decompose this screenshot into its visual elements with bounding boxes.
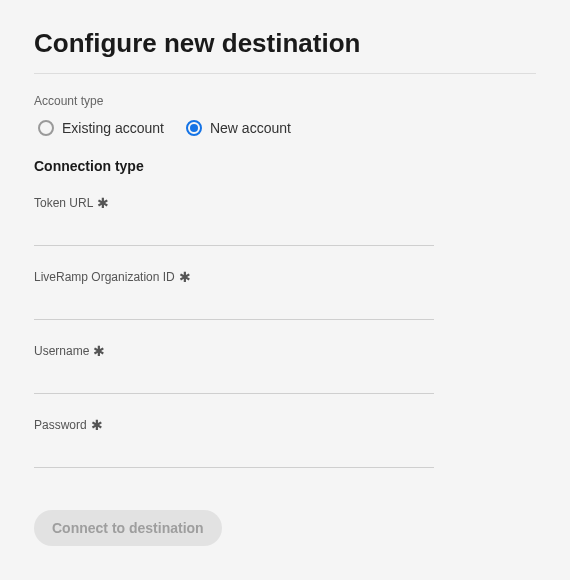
- field-label: Token URL ✱: [34, 196, 536, 210]
- field-label: Username ✱: [34, 344, 536, 358]
- field-label: Password ✱: [34, 418, 536, 432]
- field-liveramp-org-id: LiveRamp Organization ID ✱: [34, 270, 536, 320]
- field-username: Username ✱: [34, 344, 536, 394]
- field-password: Password ✱: [34, 418, 536, 468]
- account-type-label: Account type: [34, 94, 536, 108]
- radio-existing-account[interactable]: Existing account: [38, 120, 164, 136]
- page-title: Configure new destination: [34, 28, 536, 59]
- radio-icon: [38, 120, 54, 136]
- radio-new-account[interactable]: New account: [186, 120, 291, 136]
- password-input[interactable]: [34, 438, 434, 468]
- radio-icon: [186, 120, 202, 136]
- radio-label: Existing account: [62, 120, 164, 136]
- field-label: LiveRamp Organization ID ✱: [34, 270, 536, 284]
- liveramp-org-id-input[interactable]: [34, 290, 434, 320]
- required-asterisk-icon: ✱: [179, 270, 191, 284]
- required-asterisk-icon: ✱: [91, 418, 103, 432]
- token-url-input[interactable]: [34, 216, 434, 246]
- required-asterisk-icon: ✱: [93, 344, 105, 358]
- connection-type-heading: Connection type: [34, 158, 536, 174]
- username-input[interactable]: [34, 364, 434, 394]
- field-token-url: Token URL ✱: [34, 196, 536, 246]
- required-asterisk-icon: ✱: [97, 196, 109, 210]
- radio-label: New account: [210, 120, 291, 136]
- divider: [34, 73, 536, 74]
- account-type-radios: Existing account New account: [34, 120, 536, 136]
- connect-to-destination-button[interactable]: Connect to destination: [34, 510, 222, 546]
